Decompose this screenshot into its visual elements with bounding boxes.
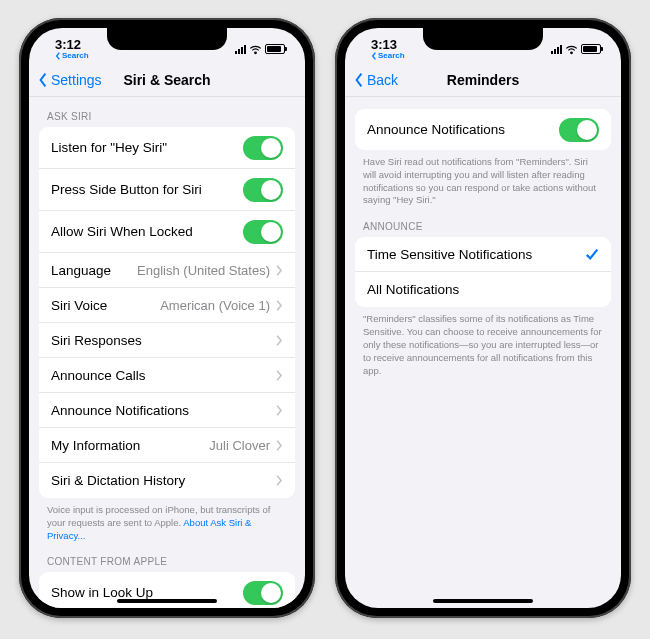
chevron-left-icon	[353, 72, 365, 88]
chevron-right-icon	[276, 265, 283, 276]
chevron-left-icon	[371, 52, 377, 60]
breadcrumb[interactable]: Search	[55, 52, 89, 60]
row-siri-responses[interactable]: Siri Responses	[39, 323, 295, 358]
row-history[interactable]: Siri & Dictation History	[39, 463, 295, 498]
row-language[interactable]: Language English (United States)	[39, 253, 295, 288]
checkmark-icon	[585, 247, 599, 261]
chevron-left-icon	[55, 52, 61, 60]
row-announce-notifications[interactable]: Announce Notifications	[355, 109, 611, 150]
group-ask-siri: Listen for "Hey Siri" Press Side Button …	[39, 127, 295, 498]
chevron-left-icon	[37, 72, 49, 88]
screen: 3:12 Search Settings Siri & Search ASK S…	[29, 28, 305, 608]
chevron-right-icon	[276, 335, 283, 346]
wifi-icon	[249, 44, 262, 54]
back-button[interactable]: Settings	[37, 72, 102, 88]
settings-content[interactable]: ASK SIRI Listen for "Hey Siri" Press Sid…	[29, 97, 305, 608]
row-siri-voice[interactable]: Siri Voice American (Voice 1)	[39, 288, 295, 323]
wifi-icon	[565, 44, 578, 54]
nav-bar: Back Reminders	[345, 64, 621, 97]
group-announce-options: Time Sensitive Notifications All Notific…	[355, 237, 611, 307]
row-announce-notifications[interactable]: Announce Notifications	[39, 393, 295, 428]
row-all-notifications[interactable]: All Notifications	[355, 272, 611, 307]
row-side-button[interactable]: Press Side Button for Siri	[39, 169, 295, 211]
group-announce: Announce Notifications	[355, 109, 611, 150]
chevron-right-icon	[276, 370, 283, 381]
section-header-ask-siri: ASK SIRI	[29, 97, 305, 127]
toggle-lookup[interactable]	[243, 581, 283, 605]
status-icons	[235, 44, 285, 54]
toggle-side-button[interactable]	[243, 178, 283, 202]
row-hey-siri[interactable]: Listen for "Hey Siri"	[39, 127, 295, 169]
battery-icon	[581, 44, 601, 54]
notch	[107, 28, 227, 50]
screen: 3:13 Search Back Reminders	[345, 28, 621, 608]
chevron-right-icon	[276, 475, 283, 486]
section-header-announce: ANNOUNCE	[345, 207, 621, 237]
footer-options: "Reminders" classifies some of its notif…	[345, 307, 621, 377]
chevron-right-icon	[276, 300, 283, 311]
page-title: Reminders	[447, 72, 519, 88]
toggle-announce[interactable]	[559, 118, 599, 142]
section-header-content: CONTENT FROM APPLE	[29, 542, 305, 572]
home-indicator[interactable]	[433, 599, 533, 603]
status-time: 3:13	[371, 38, 405, 52]
toggle-when-locked[interactable]	[243, 220, 283, 244]
page-title: Siri & Search	[123, 72, 210, 88]
phone-right: 3:13 Search Back Reminders	[335, 18, 631, 618]
status-time: 3:12	[55, 38, 89, 52]
breadcrumb[interactable]: Search	[371, 52, 405, 60]
phone-left: 3:12 Search Settings Siri & Search ASK S…	[19, 18, 315, 618]
footer-announce: Have Siri read out notifications from "R…	[345, 150, 621, 207]
home-indicator[interactable]	[117, 599, 217, 603]
nav-bar: Settings Siri & Search	[29, 64, 305, 97]
battery-icon	[265, 44, 285, 54]
notch	[423, 28, 543, 50]
back-button[interactable]: Back	[353, 72, 398, 88]
status-icons	[551, 44, 601, 54]
signal-icon	[551, 44, 562, 54]
chevron-right-icon	[276, 405, 283, 416]
settings-content[interactable]: Announce Notifications Have Siri read ou…	[345, 97, 621, 608]
chevron-right-icon	[276, 440, 283, 451]
footer-ask-siri: Voice input is processed on iPhone, but …	[29, 498, 305, 542]
signal-icon	[235, 44, 246, 54]
row-when-locked[interactable]: Allow Siri When Locked	[39, 211, 295, 253]
row-time-sensitive[interactable]: Time Sensitive Notifications	[355, 237, 611, 272]
row-my-information[interactable]: My Information Juli Clover	[39, 428, 295, 463]
toggle-hey-siri[interactable]	[243, 136, 283, 160]
row-announce-calls[interactable]: Announce Calls	[39, 358, 295, 393]
